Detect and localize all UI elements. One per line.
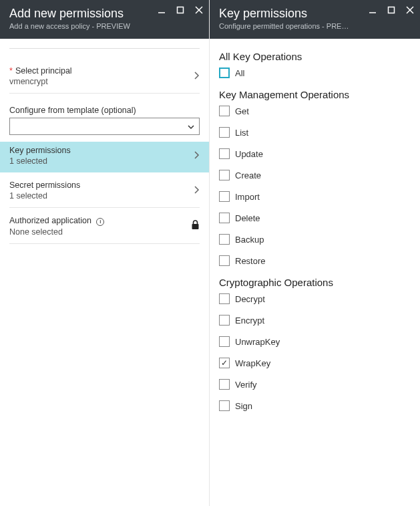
- right-body: All Key OperationsAllKey Management Oper…: [210, 39, 420, 506]
- chevron-right-icon: [194, 185, 200, 197]
- authorized-app-row[interactable]: Authorized application i None selected: [9, 208, 200, 244]
- maximize-button[interactable]: [176, 5, 185, 15]
- checkbox-label: Verify: [235, 380, 257, 390]
- checkbox-label: Import: [235, 192, 260, 202]
- minimize-button[interactable]: [157, 5, 166, 15]
- checkbox-row[interactable]: Create: [219, 170, 411, 180]
- checkbox-label: Update: [235, 149, 263, 159]
- secret-perm-value: 1 selected: [9, 191, 80, 201]
- caret-down-icon: [187, 122, 195, 132]
- checkbox-row[interactable]: UnwrapKey: [219, 336, 411, 347]
- checkbox[interactable]: [219, 68, 230, 78]
- secret-permissions-row[interactable]: Secret permissions 1 selected: [9, 172, 200, 208]
- checkbox[interactable]: [219, 315, 230, 326]
- checkbox-row[interactable]: Sign: [219, 400, 411, 411]
- checkbox-label: Sign: [235, 401, 252, 411]
- divider: [9, 48, 200, 49]
- checkbox[interactable]: [219, 379, 230, 390]
- checkbox-row[interactable]: List: [219, 127, 411, 138]
- secret-perm-label: Secret permissions: [9, 180, 80, 190]
- checkbox-label: UnwrapKey: [235, 337, 280, 347]
- checkbox-label: Create: [235, 170, 261, 180]
- checkbox-row[interactable]: Verify: [219, 379, 411, 390]
- auth-app-label: Authorized application i: [9, 216, 104, 226]
- checkbox-row[interactable]: Decrypt: [219, 293, 411, 304]
- select-principal-row[interactable]: Select principal vmencrypt: [9, 62, 200, 94]
- checkbox-label: Delete: [235, 213, 260, 223]
- principal-value: vmencrypt: [9, 77, 72, 86]
- checkbox[interactable]: [219, 213, 230, 223]
- key-perm-value: 1 selected: [9, 156, 71, 166]
- auth-app-value: None selected: [9, 227, 104, 237]
- chevron-right-icon: [194, 71, 200, 82]
- checkbox-label: Encrypt: [235, 315, 264, 326]
- principal-label: Select principal: [9, 66, 72, 76]
- svg-rect-4: [192, 224, 199, 229]
- checkbox[interactable]: [219, 191, 230, 202]
- right-subtitle: Configure permitted operations - PREVI..…: [219, 22, 353, 30]
- checkbox[interactable]: [219, 106, 230, 116]
- right-header: Key permissions Configure permitted oper…: [210, 0, 420, 39]
- checkbox-row[interactable]: Encrypt: [219, 315, 411, 326]
- checkbox[interactable]: [219, 255, 230, 266]
- group-title: All Key Operations: [219, 51, 411, 62]
- key-permissions-row[interactable]: Key permissions 1 selected: [0, 142, 209, 172]
- group-title: Key Management Operations: [219, 89, 411, 100]
- checkbox-row[interactable]: Import: [219, 191, 411, 202]
- close-button[interactable]: [405, 5, 415, 15]
- minimize-button[interactable]: [368, 5, 377, 15]
- svg-rect-6: [389, 7, 395, 13]
- maximize-button[interactable]: [387, 5, 396, 15]
- checkbox[interactable]: [219, 127, 230, 138]
- checkbox-label: WrapKey: [235, 358, 270, 368]
- template-select[interactable]: [9, 118, 200, 135]
- checkbox[interactable]: [219, 148, 230, 159]
- left-header: Add new permissions Add a new access pol…: [0, 0, 209, 39]
- close-button[interactable]: [194, 5, 204, 15]
- checkbox-label: List: [235, 128, 248, 138]
- checkbox[interactable]: [219, 293, 230, 304]
- checkbox-row[interactable]: All: [219, 68, 411, 78]
- checkbox-label: Decrypt: [235, 294, 265, 304]
- left-body: Select principal vmencrypt Configure fro…: [0, 39, 209, 506]
- checkbox[interactable]: [219, 336, 230, 347]
- checkbox-row[interactable]: Get: [219, 106, 411, 116]
- checkbox-label: All: [235, 68, 244, 78]
- template-label: Configure from template (optional): [9, 106, 200, 115]
- info-icon: i: [96, 218, 104, 226]
- checkbox-label: Backup: [235, 235, 264, 245]
- checkbox-row[interactable]: Update: [219, 148, 411, 159]
- checkbox-row[interactable]: Delete: [219, 213, 411, 223]
- left-subtitle: Add a new access policy - PREVIEW: [9, 22, 143, 30]
- key-permissions-pane: Key permissions Configure permitted oper…: [210, 0, 420, 506]
- checkbox[interactable]: [219, 400, 230, 411]
- svg-rect-1: [178, 7, 184, 13]
- auth-app-label-text: Authorized application: [9, 216, 91, 225]
- checkbox-label: Restore: [235, 256, 266, 266]
- checkbox[interactable]: [219, 170, 230, 180]
- add-permissions-pane: Add new permissions Add a new access pol…: [0, 0, 210, 506]
- checkbox-label: Get: [235, 106, 249, 116]
- chevron-right-icon: [194, 150, 200, 162]
- checkbox-row[interactable]: Backup: [219, 234, 411, 245]
- key-perm-label: Key permissions: [9, 146, 71, 155]
- checkbox[interactable]: [219, 234, 230, 245]
- checkbox-row[interactable]: WrapKey: [219, 358, 411, 368]
- group-title: Cryptographic Operations: [219, 277, 411, 288]
- checkbox[interactable]: [219, 358, 230, 368]
- lock-icon: [191, 220, 200, 232]
- checkbox-row[interactable]: Restore: [219, 255, 411, 266]
